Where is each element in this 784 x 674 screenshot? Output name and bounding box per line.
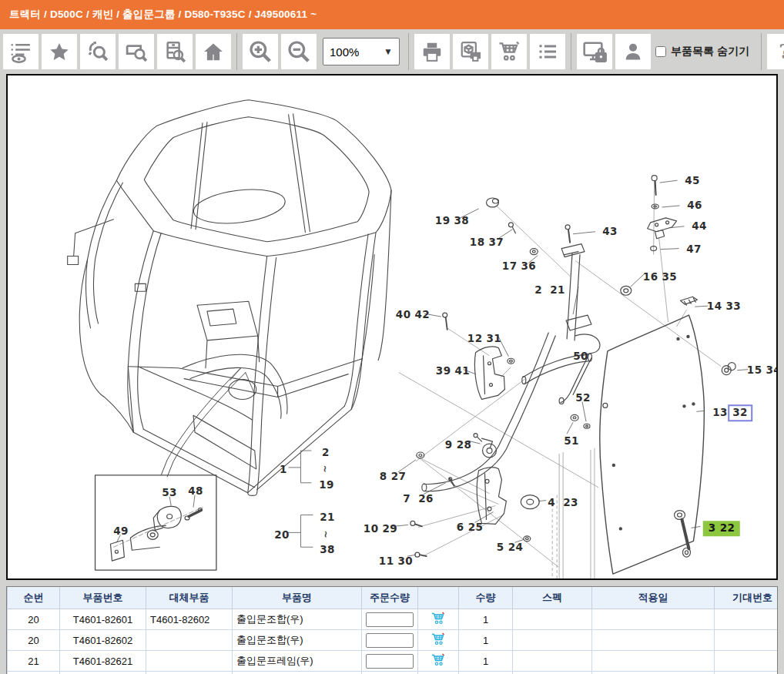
part-label[interactable]: 19: [319, 480, 334, 491]
part-label[interactable]: 47: [686, 244, 702, 255]
cell-apply_date: [592, 651, 715, 672]
part-label[interactable]: 2 21: [534, 285, 565, 296]
column-header: 순번: [8, 587, 60, 609]
cart-button[interactable]: [491, 34, 527, 69]
help-button[interactable]: ?: [767, 34, 784, 69]
favorites-button[interactable]: [42, 34, 77, 69]
zoom-level-value: 100%: [330, 45, 359, 59]
part-label[interactable]: 11 30: [379, 556, 413, 567]
screen-lock-button[interactable]: [577, 34, 612, 69]
part-label[interactable]: 38: [320, 545, 335, 555]
part-label[interactable]: 51: [564, 436, 579, 447]
cell-seq: [8, 672, 60, 674]
cell-spec: [513, 609, 592, 630]
parts-list-button[interactable]: [530, 34, 565, 69]
part-label[interactable]: 6 25: [457, 522, 483, 533]
user-button[interactable]: [615, 34, 651, 69]
part-label[interactable]: 4 23: [548, 498, 578, 508]
zoom-in-button[interactable]: [243, 34, 278, 69]
toolbar-separator: [236, 33, 237, 70]
cell-spec: [513, 651, 592, 672]
search-refresh-button[interactable]: [80, 34, 116, 69]
catalog-search-button[interactable]: [157, 34, 193, 69]
add-to-cart-button[interactable]: [431, 653, 446, 669]
part-label[interactable]: 12 31: [467, 334, 501, 344]
part-label-highlighted[interactable]: 3 22: [703, 521, 740, 536]
zoom-level-select[interactable]: 100% ▼: [323, 38, 400, 65]
part-label[interactable]: 17 36: [502, 261, 536, 272]
part-label[interactable]: 2: [322, 448, 330, 458]
table-row[interactable]: 20T4601-82602출입문조합(우) 1: [8, 630, 778, 651]
list-eye-icon: [9, 40, 32, 63]
print-image-icon: [459, 40, 482, 63]
add-to-cart-button[interactable]: [431, 612, 446, 627]
column-header: 기대번호: [715, 587, 778, 609]
chevron-down-icon: ▼: [384, 46, 393, 57]
part-label[interactable]: ~: [321, 531, 330, 538]
cart-icon: [431, 657, 446, 669]
part-label-boxed[interactable]: 32: [728, 404, 752, 421]
part-label[interactable]: 1: [280, 464, 287, 475]
cell-name: [233, 672, 362, 674]
cell-qty: 1: [459, 609, 513, 630]
cell-name: 출입문프레임(우): [233, 651, 362, 672]
table-row[interactable]: 21T4601-82621출입문프레임(우) 1: [8, 651, 778, 672]
zoom-in-icon: [248, 39, 273, 64]
part-label[interactable]: 14 33: [707, 301, 741, 312]
order-qty-input[interactable]: [366, 633, 414, 648]
part-label[interactable]: 46: [687, 200, 702, 211]
column-header: 적용일: [592, 587, 715, 609]
part-label[interactable]: 16 35: [643, 272, 677, 283]
part-label[interactable]: 53: [162, 488, 177, 498]
hide-parts-checkbox[interactable]: [655, 46, 666, 57]
home-button[interactable]: [196, 34, 231, 69]
part-label[interactable]: 13: [712, 407, 728, 418]
hide-parts-label[interactable]: 부품목록 숨기기: [671, 45, 749, 59]
cell-name: 출입문조합(우): [233, 609, 362, 630]
table-row[interactable]: 20T4601-82601T4601-82602출입문조합(우) 1: [8, 609, 778, 630]
exploded-view-drawing: [8, 75, 776, 578]
part-label[interactable]: 21: [320, 512, 335, 523]
cell-part_no: T4601-82621: [60, 651, 146, 672]
part-label[interactable]: 48: [188, 486, 203, 497]
part-label[interactable]: 20: [274, 530, 290, 541]
column-header: 스펙: [513, 587, 592, 609]
part-label[interactable]: 49: [113, 526, 129, 537]
part-label[interactable]: 8 27: [380, 471, 406, 482]
help-icon: ?: [779, 40, 784, 63]
area-search-button[interactable]: [119, 34, 154, 69]
cell-apply_date: [592, 630, 715, 651]
order-qty-input[interactable]: [366, 612, 414, 627]
part-label[interactable]: 18 37: [470, 237, 504, 248]
print-image-button[interactable]: [453, 34, 488, 69]
part-label[interactable]: 45: [685, 176, 700, 186]
cell-spec: [513, 672, 592, 674]
part-label[interactable]: 7 26: [403, 494, 434, 505]
part-label[interactable]: 43: [602, 226, 618, 237]
cell-order-qty: [362, 672, 418, 674]
zoom-out-button[interactable]: [281, 34, 317, 69]
part-label[interactable]: 19 38: [435, 216, 469, 226]
part-label[interactable]: 15 34: [747, 365, 778, 376]
table-row[interactable]: [8, 672, 778, 674]
hide-parts-group: 부품목록 숨기기: [655, 45, 749, 59]
user-icon: [622, 41, 644, 62]
part-label[interactable]: 5 24: [497, 542, 523, 553]
cell-name: 출입문조합(우): [233, 630, 362, 651]
order-qty-input[interactable]: [366, 654, 414, 669]
diagram-canvas[interactable]: 454644474319 3818 3717 362 2116 3514 334…: [6, 74, 778, 580]
part-label[interactable]: 44: [692, 221, 707, 232]
part-label[interactable]: 10 29: [364, 524, 397, 535]
part-label[interactable]: 39 41: [436, 366, 470, 377]
print-button[interactable]: [414, 34, 450, 69]
search-refresh-icon: [86, 40, 109, 63]
part-label[interactable]: ~: [320, 465, 330, 473]
cell-qty: 1: [459, 651, 513, 672]
toolbar: 100% ▼: [0, 29, 784, 74]
part-label[interactable]: 52: [575, 393, 591, 404]
add-to-cart-button[interactable]: [431, 632, 446, 648]
part-label[interactable]: 9 28: [445, 440, 471, 451]
part-label[interactable]: 50: [573, 351, 588, 362]
parts-list-visibility-button[interactable]: [3, 34, 39, 69]
part-label[interactable]: 40 42: [396, 310, 430, 320]
